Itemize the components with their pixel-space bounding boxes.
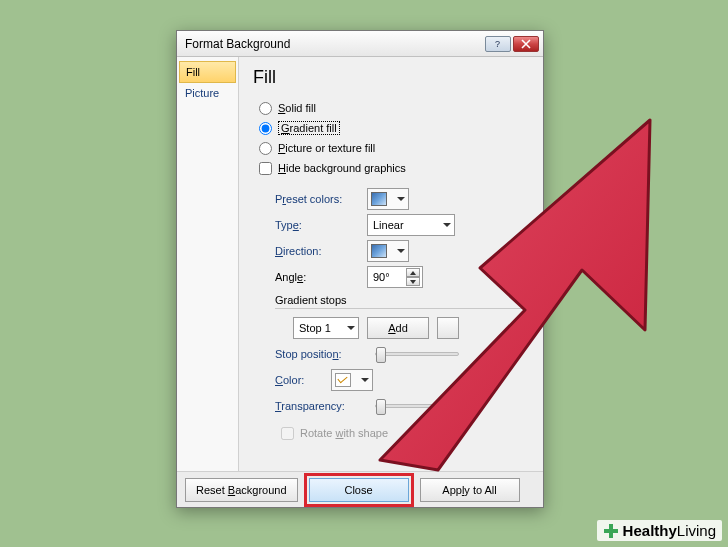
row-type: Type: Linear bbox=[275, 212, 529, 238]
row-stops: Stop 1 Add bbox=[275, 315, 529, 341]
preset-colors-label: Preset colors: bbox=[275, 193, 367, 205]
label-hide-bg: Hide background graphics bbox=[278, 162, 406, 174]
checkbox-hide-bg[interactable] bbox=[259, 162, 272, 175]
row-stop-position: Stop position: bbox=[275, 341, 529, 367]
spinner-buttons bbox=[406, 268, 420, 286]
type-dropdown[interactable]: Linear bbox=[367, 214, 455, 236]
row-color: Color: bbox=[275, 367, 529, 393]
format-background-dialog: Format Background ? Fill Picture Fill So… bbox=[176, 30, 544, 508]
sidebar-item-fill[interactable]: Fill bbox=[179, 61, 236, 83]
spin-down-button[interactable] bbox=[406, 277, 420, 286]
titlebar[interactable]: Format Background ? bbox=[177, 31, 543, 57]
svg-text:?: ? bbox=[495, 39, 500, 49]
chevron-up-icon bbox=[410, 271, 416, 275]
row-preset-colors: Preset colors: bbox=[275, 186, 529, 212]
color-swatch-icon bbox=[335, 373, 351, 387]
label-solid: Solid fill bbox=[278, 102, 316, 114]
chevron-down-icon bbox=[347, 324, 355, 332]
direction-dropdown[interactable] bbox=[367, 240, 409, 262]
stop-position-label: Stop position: bbox=[275, 348, 375, 360]
radio-gradient[interactable] bbox=[259, 122, 272, 135]
transparency-slider[interactable] bbox=[375, 404, 459, 408]
angle-value: 90° bbox=[373, 271, 406, 283]
add-stop-button[interactable]: Add bbox=[367, 317, 429, 339]
angle-label: Angle: bbox=[275, 271, 367, 283]
label-rotate: Rotate with shape bbox=[300, 427, 388, 439]
spin-up-button[interactable] bbox=[406, 268, 420, 277]
radio-solid[interactable] bbox=[259, 102, 272, 115]
help-button[interactable]: ? bbox=[485, 36, 511, 52]
sidebar-item-picture[interactable]: Picture bbox=[179, 83, 236, 103]
main-panel: Fill Solid fill Gradient fill Picture or… bbox=[239, 57, 543, 471]
chevron-down-icon bbox=[410, 280, 416, 284]
type-value: Linear bbox=[373, 219, 404, 231]
label-picture: Picture or texture fill bbox=[278, 142, 375, 154]
watermark-text: HealthyLiving bbox=[623, 522, 716, 539]
close-button[interactable]: Close bbox=[309, 478, 409, 502]
slider-thumb[interactable] bbox=[376, 399, 386, 415]
reset-background-button[interactable]: Reset Background bbox=[185, 478, 298, 502]
row-transparency: Transparency: bbox=[275, 393, 529, 419]
gradient-settings: Preset colors: Type: Linear Direction: bbox=[275, 186, 529, 443]
color-dropdown[interactable] bbox=[331, 369, 373, 391]
preset-swatch-icon bbox=[371, 192, 387, 206]
category-sidebar: Fill Picture bbox=[177, 57, 239, 471]
chevron-down-icon bbox=[397, 247, 405, 255]
close-icon bbox=[521, 39, 531, 49]
type-label: Type: bbox=[275, 219, 367, 231]
radio-picture[interactable] bbox=[259, 142, 272, 155]
color-label: Color: bbox=[275, 374, 331, 386]
option-rotate-with-shape: Rotate with shape bbox=[281, 423, 529, 443]
apply-to-all-button[interactable]: Apply to All bbox=[420, 478, 520, 502]
watermark: HealthyLiving bbox=[597, 520, 722, 541]
angle-spinner[interactable]: 90° bbox=[367, 266, 423, 288]
window-close-button[interactable] bbox=[513, 36, 539, 52]
label-gradient: Gradient fill bbox=[278, 121, 340, 135]
panel-heading: Fill bbox=[253, 67, 529, 88]
option-solid-fill[interactable]: Solid fill bbox=[259, 98, 529, 118]
svg-rect-2 bbox=[604, 529, 618, 533]
direction-swatch-icon bbox=[371, 244, 387, 258]
plus-icon bbox=[603, 523, 619, 539]
option-gradient-fill[interactable]: Gradient fill bbox=[259, 118, 529, 138]
remove-stop-button[interactable] bbox=[437, 317, 459, 339]
dialog-footer: Reset Background Close Apply to All bbox=[177, 471, 543, 507]
window-buttons: ? bbox=[485, 36, 539, 52]
row-angle: Angle: 90° bbox=[275, 264, 529, 290]
chevron-down-icon bbox=[361, 376, 369, 384]
gradient-stops-label: Gradient stops bbox=[275, 294, 529, 306]
chevron-down-icon bbox=[397, 195, 405, 203]
dialog-body: Fill Picture Fill Solid fill Gradient fi… bbox=[177, 57, 543, 471]
transparency-label: Transparency: bbox=[275, 400, 375, 412]
stop-position-slider[interactable] bbox=[375, 352, 459, 356]
stop-dropdown[interactable]: Stop 1 bbox=[293, 317, 359, 339]
option-hide-bg[interactable]: Hide background graphics bbox=[259, 158, 529, 178]
help-icon: ? bbox=[493, 39, 503, 49]
checkbox-rotate bbox=[281, 427, 294, 440]
stop-value: Stop 1 bbox=[299, 322, 331, 334]
option-picture-fill[interactable]: Picture or texture fill bbox=[259, 138, 529, 158]
direction-label: Direction: bbox=[275, 245, 367, 257]
dialog-title: Format Background bbox=[185, 37, 485, 51]
chevron-down-icon bbox=[443, 221, 451, 229]
gradient-stops-group: Stop 1 Add Stop position: Color: bbox=[275, 308, 529, 419]
close-highlight: Close bbox=[304, 473, 414, 507]
preset-colors-dropdown[interactable] bbox=[367, 188, 409, 210]
slider-thumb[interactable] bbox=[376, 347, 386, 363]
row-direction: Direction: bbox=[275, 238, 529, 264]
